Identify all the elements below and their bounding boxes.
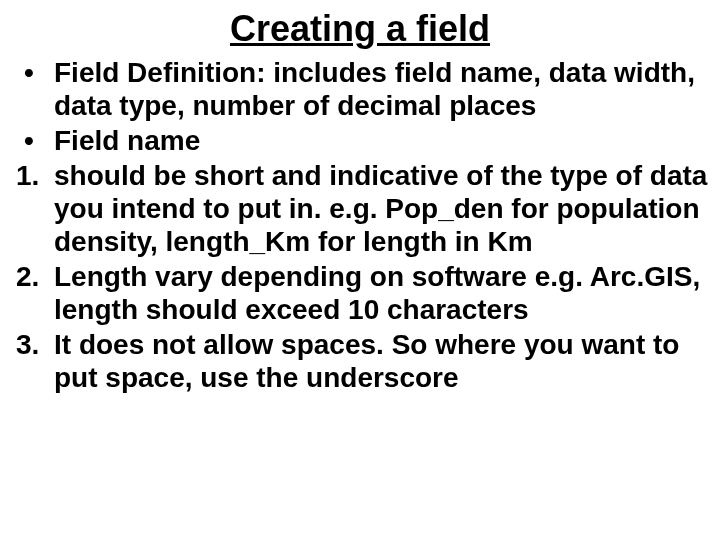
list-item: Field name [10, 124, 710, 157]
list-item: should be short and indicative of the ty… [10, 159, 710, 258]
list-item: It does not allow spaces. So where you w… [10, 328, 710, 394]
numbered-list: should be short and indicative of the ty… [10, 159, 710, 394]
list-item: Length vary depending on software e.g. A… [10, 260, 710, 326]
bullet-list: Field Definition: includes field name, d… [10, 56, 710, 157]
list-item: Field Definition: includes field name, d… [10, 56, 710, 122]
slide-title: Creating a field [10, 8, 710, 50]
